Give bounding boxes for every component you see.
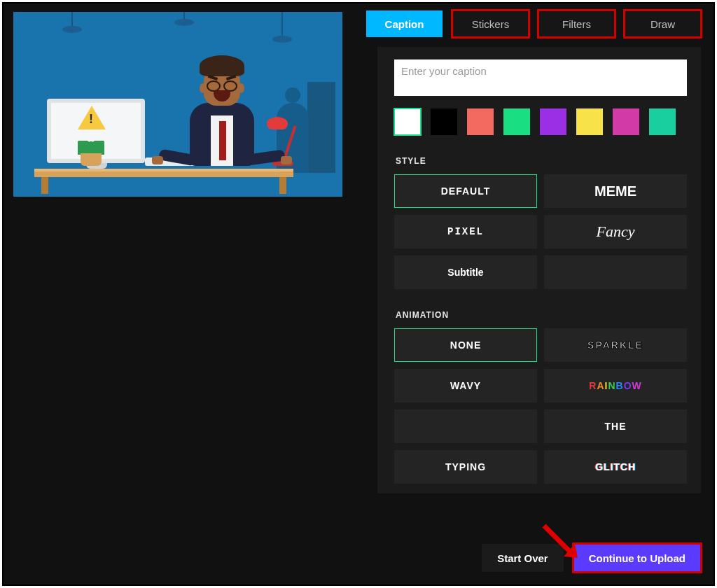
decoration xyxy=(279,177,286,194)
animation-option-typing[interactable]: TYPING xyxy=(394,450,537,484)
decoration xyxy=(81,153,102,166)
editor-frame: ! xyxy=(2,2,715,586)
footer-actions: Start Over Continue to Upload xyxy=(354,544,713,584)
decoration xyxy=(41,177,48,194)
animation-option-sparkle[interactable]: SPARKLE xyxy=(544,328,687,362)
style-option-subtitle[interactable]: Subtitle xyxy=(394,255,537,289)
tab-stickers[interactable]: Stickers xyxy=(452,10,529,37)
style-option-fancy[interactable]: Fancy xyxy=(544,215,687,248)
tab-filters[interactable]: Filters xyxy=(538,10,615,37)
style-option-blank[interactable] xyxy=(544,255,687,289)
color-swatch-yellow[interactable] xyxy=(576,108,603,135)
animation-option-wavy[interactable]: WAVY xyxy=(394,369,537,402)
preview-canvas[interactable]: ! xyxy=(13,12,342,197)
color-swatch-purple[interactable] xyxy=(540,108,566,135)
style-option-meme[interactable]: MEME xyxy=(544,174,687,208)
decoration xyxy=(281,12,283,37)
style-option-default[interactable]: DEFAULT xyxy=(394,174,537,208)
decoration xyxy=(34,169,293,177)
color-swatch-white[interactable] xyxy=(394,108,421,135)
character-illustration xyxy=(180,48,264,166)
start-over-button[interactable]: Start Over xyxy=(482,544,564,572)
warning-mark: ! xyxy=(89,112,93,127)
animation-section-label: ANIMATION xyxy=(396,310,687,320)
animation-option-glitch[interactable]: GLITCH xyxy=(544,450,687,484)
decoration xyxy=(267,117,288,130)
decoration xyxy=(307,82,335,173)
animation-grid: NONESPARKLEWAVYRAINBOWTHETYPINGGLITCH xyxy=(394,328,687,484)
decoration xyxy=(78,141,104,155)
caption-panel: STYLE DEFAULTMEMEPIXELFancySubtitle ANIM… xyxy=(377,47,701,493)
caption-input[interactable] xyxy=(394,59,687,96)
decoration xyxy=(174,19,194,26)
preview-pane: ! xyxy=(4,4,354,584)
continue-upload-button[interactable]: Continue to Upload xyxy=(573,544,701,572)
animation-option-blank[interactable] xyxy=(394,410,537,443)
style-option-pixel[interactable]: PIXEL xyxy=(394,215,537,248)
decoration xyxy=(272,36,292,43)
decoration xyxy=(62,26,82,33)
color-swatch-green[interactable] xyxy=(503,108,530,135)
decoration xyxy=(71,12,73,27)
animation-option-none[interactable]: NONE xyxy=(394,328,537,362)
tab-draw[interactable]: Draw xyxy=(625,10,701,37)
animation-option-the[interactable]: THE xyxy=(544,410,687,443)
color-swatch-coral[interactable] xyxy=(467,108,494,135)
style-section-label: STYLE xyxy=(396,156,687,166)
main-row: ! xyxy=(4,4,713,584)
color-swatch-row xyxy=(394,108,687,135)
animation-option-rainbow[interactable]: RAINBOW xyxy=(544,369,687,402)
color-swatch-teal[interactable] xyxy=(649,108,676,135)
side-panel: Caption Stickers Filters Draw STYLE DEFA… xyxy=(354,4,713,584)
tabs-row: Caption Stickers Filters Draw xyxy=(354,4,713,37)
tab-caption[interactable]: Caption xyxy=(366,10,443,37)
color-swatch-black[interactable] xyxy=(431,108,457,135)
color-swatch-magenta[interactable] xyxy=(613,108,639,135)
style-grid: DEFAULTMEMEPIXELFancySubtitle xyxy=(394,174,687,289)
